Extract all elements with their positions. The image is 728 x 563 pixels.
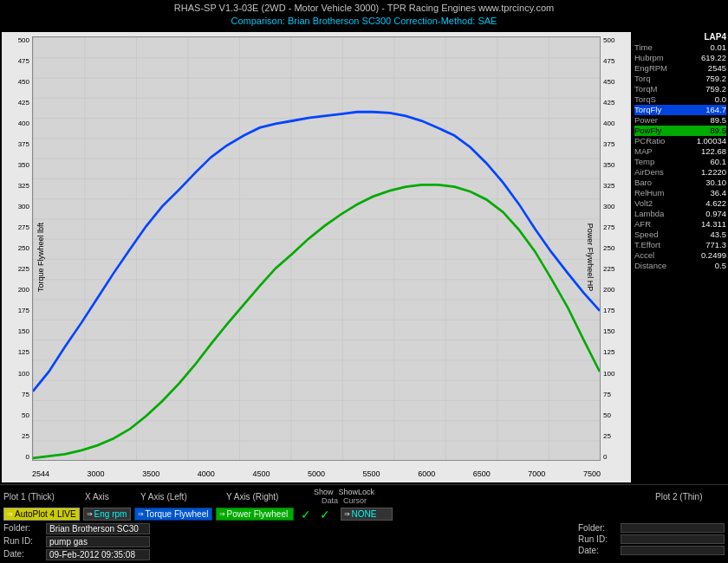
y-left-axis-title: Torque Flywheel lbft <box>36 192 45 322</box>
spacer <box>159 523 569 560</box>
y-right-dropdown[interactable]: ⇒ Power Flywheel <box>216 508 294 521</box>
sidebar-row-volt2: Volt2 4.622 <box>634 198 726 209</box>
x-axis-arrow-icon: ⇒ <box>87 510 93 518</box>
chart-wrapper: 500 475 450 425 400 375 350 325 300 275 … <box>2 32 631 482</box>
sidebar-row-relhum: RelHum 36.4 <box>634 188 726 198</box>
y-right-header: Y Axis (Right) <box>226 492 309 502</box>
sidebar-row-time: Time 0.01 <box>634 42 726 53</box>
checkboxes: ✓ ✓ <box>301 508 330 521</box>
x-axis-header: X Axis <box>85 492 137 502</box>
sidebar-row-pcratio: PCRatio 1.00034 <box>634 136 726 146</box>
sidebar-row-afr: AFR 14.311 <box>634 219 726 230</box>
date2-value <box>621 546 725 555</box>
y-right-dropdown-label: Power Flywheel <box>227 509 289 519</box>
folder2-value <box>621 523 725 533</box>
y-left-dropdown-label: Torque Flywheel <box>146 509 209 519</box>
y-right-axis-title: Power Flywheel HP <box>586 192 595 322</box>
folder2-label: Folder: <box>578 523 617 533</box>
header-title: RHAS-SP V1.3-03E (2WD - Motor Vehicle 30… <box>0 2 728 15</box>
folder1-line: Folder: Brian Brotherson SC30 <box>3 523 150 534</box>
runid1-label: Run ID: <box>3 536 42 547</box>
showlock-label: ShowLock <box>339 488 375 496</box>
sidebar-row-hubrpm: Hubrpm 619.22 <box>634 53 726 63</box>
runid2-label: Run ID: <box>578 534 617 544</box>
plot2-label: Plot 2 (Thin) <box>655 492 725 502</box>
cursor-label: Cursor <box>343 496 367 505</box>
chart-area: 500 475 450 425 400 375 350 325 300 275 … <box>0 30 728 484</box>
x-axis-dropdown[interactable]: ⇒ Eng rpm <box>83 508 131 521</box>
runid2-line: Run ID: <box>578 534 725 544</box>
sidebar-row-airdens: AirDens 1.2220 <box>634 167 726 178</box>
sidebar-row-accel: Accel 0.2499 <box>634 250 726 261</box>
y-axis-right-labels: 500 475 450 425 400 375 350 325 300 275 … <box>601 36 631 461</box>
sidebar-row-lambda: Lambda 0.974 <box>634 209 726 219</box>
runid2-value <box>621 534 725 544</box>
sidebar-row-engrpm: EngRPM 2545 <box>634 63 726 74</box>
sidebar-row-torqm: TorqM 759.2 <box>634 84 726 94</box>
date2-label: Date: <box>578 546 617 555</box>
runid1-line: Run ID: pump gas <box>3 536 150 547</box>
y-left-arrow-icon: ⇒ <box>138 510 144 518</box>
chart-inner <box>32 36 601 461</box>
date1-line: Date: 09-Feb-2012 09:35:08 <box>3 549 150 560</box>
sidebar-row-map: MAP 122.68 <box>634 146 726 157</box>
sidebar-row-baro: Baro 30.10 <box>634 178 726 188</box>
controls-row1: Plot 1 (Thick) X Axis Y Axis (Left) Y Ax… <box>3 488 725 505</box>
plot1-info: Folder: Brian Brotherson SC30 Run ID: pu… <box>3 523 150 560</box>
sidebar-row-torq: Torq 759.2 <box>634 74 726 84</box>
plot2-arrow-icon: ⇒ <box>344 510 350 518</box>
date1-label: Date: <box>3 549 42 560</box>
y-left-dropdown[interactable]: ⇒ Torque Flywheel <box>134 508 212 521</box>
sidebar-row-temp: Temp 60.1 <box>634 157 726 167</box>
folder1-label: Folder: <box>3 523 42 534</box>
svg-rect-4 <box>33 37 600 460</box>
date1-value: 09-Feb-2012 09:35:08 <box>46 549 150 560</box>
sidebar-row-teffort: T.Effort 771.3 <box>634 240 726 250</box>
info-row: Folder: Brian Brotherson SC30 Run ID: pu… <box>3 523 725 560</box>
runid1-value: pump gas <box>46 536 150 547</box>
data-label: Data <box>322 496 338 505</box>
sidebar-lap: LAP4 <box>634 32 726 42</box>
sidebar: LAP4 Time 0.01 Hubrpm 619.22 EngRPM 2545… <box>633 30 728 484</box>
plot2-dropdown-label: NONE <box>352 509 377 519</box>
autoplot-arrow-icon: ⇒ <box>7 510 13 518</box>
plot2-info: Folder: Run ID: Date: <box>578 523 725 560</box>
header: RHAS-SP V1.3-03E (2WD - Motor Vehicle 30… <box>0 0 728 30</box>
chart-svg <box>33 37 600 460</box>
header-comparison: Comparison: Brian Brotherson SC300 Corre… <box>0 15 728 28</box>
plot1-label: Plot 1 (Thick) <box>3 492 81 502</box>
x-axis-labels: 2544 3000 3500 4000 4500 5000 5500 6000 … <box>32 469 601 478</box>
y-right-arrow-icon: ⇒ <box>219 510 225 518</box>
sidebar-row-torqfly: TorqFly 164.7 <box>634 105 726 115</box>
folder1-value: Brian Brotherson SC30 <box>46 523 150 534</box>
sidebar-row-torqs: TorqS 0.0 <box>634 94 726 105</box>
sidebar-row-distance: Distance 0.5 <box>634 261 726 271</box>
y-left-header: Y Axis (Left) <box>140 492 223 502</box>
plot2-dropdown[interactable]: ⇒ NONE <box>341 508 393 521</box>
autoplot-dropdown[interactable]: ⇒ AutoPlot 4 LIVE <box>3 508 80 521</box>
main-container: RHAS-SP V1.3-03E (2WD - Motor Vehicle 30… <box>0 0 728 563</box>
sidebar-row-power: Power 89.5 <box>634 115 726 126</box>
controls-row2: ⇒ AutoPlot 4 LIVE ⇒ Eng rpm ⇒ Torque Fly… <box>3 508 725 521</box>
sidebar-row-powfly: PowFly 89.5 <box>634 126 726 136</box>
show-label: Show <box>314 488 334 496</box>
show-data-checkmark[interactable]: ✓ <box>301 508 311 521</box>
date2-line: Date: <box>578 546 725 555</box>
y-axis-left-labels: 500 475 450 425 400 375 350 325 300 275 … <box>2 36 32 461</box>
sidebar-row-speed: Speed 43.5 <box>634 230 726 240</box>
controls-area: Plot 1 (Thick) X Axis Y Axis (Left) Y Ax… <box>0 484 728 563</box>
folder2-line: Folder: <box>578 523 725 533</box>
autoplot-label: AutoPlot 4 LIVE <box>15 509 76 519</box>
show-cursor-checkmark[interactable]: ✓ <box>320 508 330 521</box>
x-axis-dropdown-label: Eng rpm <box>94 509 127 519</box>
show-lock-area: Show ShowLock Data Cursor <box>314 488 374 505</box>
